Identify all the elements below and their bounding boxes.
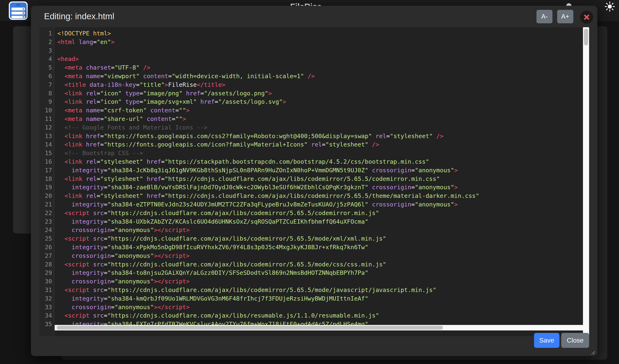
modal-title: Editing: index.html (44, 12, 114, 21)
code-line[interactable]: <!DOCTYPE html> (57, 29, 589, 38)
font-decrease-button[interactable]: A- (536, 10, 552, 23)
code-line[interactable] (57, 46, 589, 55)
code-line[interactable]: crossorigin="anonymous"></script> (57, 252, 589, 260)
code-line[interactable]: <!-- Google Fonts and Material Icons --> (57, 123, 589, 132)
code-editor[interactable]: 1234567891011121314151617181920212223242… (40, 27, 589, 336)
filerise-logo-icon[interactable] (9, 1, 28, 20)
vertical-scrollbar-thumb[interactable] (584, 29, 588, 45)
code-line[interactable]: crossorigin="anonymous"></script> (57, 277, 589, 286)
resize-handle-icon[interactable] (590, 349, 595, 355)
code-line[interactable]: <link rel="stylesheet" href="https://cdn… (57, 175, 589, 183)
code-line[interactable]: <script src="https://cdnjs.cloudflare.co… (57, 311, 589, 320)
code-line[interactable]: <meta name="share-url" content=""> (57, 115, 589, 123)
horizontal-scrollbar[interactable] (55, 325, 583, 330)
close-button[interactable]: Close (561, 333, 589, 348)
code-line[interactable]: integrity="sha384-zaeBlB/vwYsDRSlFajnDd7… (57, 183, 589, 192)
edit-file-modal: Editing: index.html A- A+ 12345678910111… (31, 6, 597, 356)
code-line[interactable]: <script src="https://cdnjs.cloudflare.co… (57, 260, 589, 269)
code-line[interactable]: crossorigin="anonymous"></script> (57, 226, 589, 234)
code-line[interactable]: integrity="sha384-kmQrbJf09Uo1WRLMDVGoVG… (57, 295, 589, 303)
code-line[interactable]: <script src="https://cdnjs.cloudflare.co… (57, 286, 589, 295)
code-line[interactable]: integrity="sha384-xPpkMo5nDgD98fIcuRVYhx… (57, 243, 589, 252)
vertical-scrollbar[interactable] (583, 27, 589, 336)
code-line[interactable]: integrity="sha384-eZTPTN0EvJdn23s24UDYJm… (57, 200, 589, 209)
code-line[interactable]: integrity="sha384-JcKb8q3iqJ61gNV9KGb8th… (57, 166, 589, 175)
code-line[interactable]: <script src="https://cdnjs.cloudflare.co… (57, 234, 589, 243)
code-line[interactable]: <title data-i18n-key="title">FileRise</t… (57, 81, 589, 89)
sun-light-mode-icon[interactable] (605, 1, 615, 12)
code-line[interactable]: <link rel="stylesheet" href="https://cdn… (57, 192, 589, 200)
code-line[interactable]: <link rel="stylesheet" href="https://sta… (57, 158, 589, 166)
code-content[interactable]: <!DOCTYPE html><html lang="en"><head> <m… (57, 29, 589, 329)
x-close-icon[interactable] (580, 11, 593, 24)
code-line[interactable]: <html lang="en"> (57, 38, 589, 46)
code-line[interactable]: integrity="sha384-UXbkZAbZYZ/KCAslc6UO4d… (57, 217, 589, 226)
code-line[interactable]: <head> (57, 55, 589, 63)
code-line[interactable]: <meta name="viewport" content="width=dev… (57, 72, 589, 81)
code-line[interactable]: <meta charset="UTF-8" /> (57, 63, 589, 72)
code-line[interactable]: crossorigin="anonymous"></script> (57, 303, 589, 312)
horizontal-scrollbar-thumb[interactable] (57, 326, 443, 330)
code-line[interactable]: <link href="https://fonts.googleapis.com… (57, 140, 589, 149)
code-line[interactable]: <script src="https://cdnjs.cloudflare.co… (57, 209, 589, 217)
code-line[interactable]: <link rel="icon" type="image/svg+xml" hr… (57, 98, 589, 106)
code-line[interactable]: <link href="https://fonts.googleapis.com… (57, 132, 589, 141)
code-line[interactable]: <link rel="icon" type="image/png" href="… (57, 89, 589, 98)
font-increase-button[interactable]: A+ (557, 10, 573, 23)
code-line[interactable]: <!-- Bootstrap CSS --> (57, 149, 589, 158)
code-line[interactable]: integrity="sha384-to8njsu2GAiXQnY/aLGzz0… (57, 269, 589, 277)
line-number-gutter: 1234567891011121314151617181920212223242… (40, 27, 54, 336)
code-line[interactable]: <meta name="csrf-token" content=""> (57, 106, 589, 115)
filerise-app: FileRise Fi D Sho Editing (0, 0, 619, 364)
save-button[interactable]: Save (534, 333, 559, 348)
